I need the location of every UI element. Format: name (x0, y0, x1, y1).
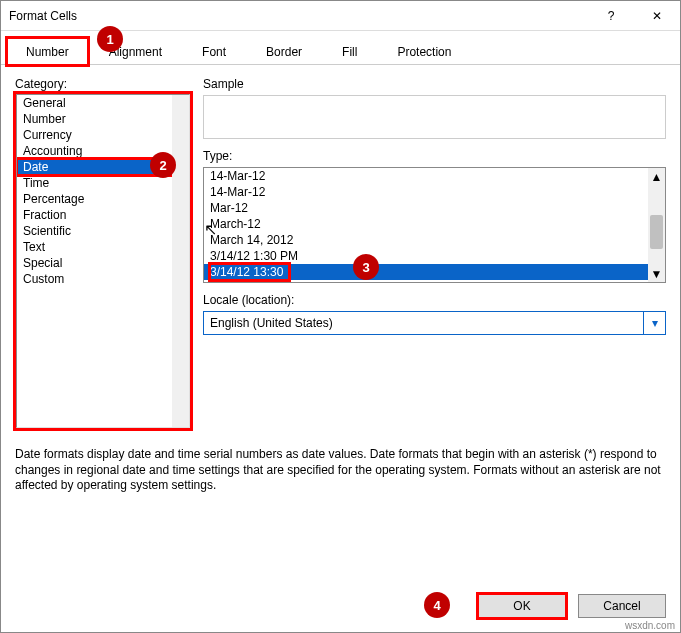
type-listbox[interactable]: 14-Mar-1214-Mar-12Mar-12March-12March 14… (203, 167, 666, 283)
type-scrollbar[interactable]: ▲ ▼ (648, 168, 665, 282)
category-item[interactable]: Text (17, 239, 189, 255)
button-label: OK (513, 599, 530, 613)
sample-label: Sample (203, 77, 666, 91)
help-icon: ? (608, 9, 615, 23)
type-item[interactable]: 3/14/12 13:30 (204, 264, 665, 280)
type-label: Type: (203, 149, 666, 163)
tab-label: Font (202, 45, 226, 59)
locale-label: Locale (location): (203, 293, 666, 307)
close-button[interactable]: ✕ (634, 1, 680, 31)
category-item[interactable]: Fraction (17, 207, 189, 223)
tab-font[interactable]: Font (183, 38, 245, 65)
format-description: Date formats display date and time seria… (15, 447, 666, 494)
category-label: Category: (15, 77, 191, 91)
sample-box (203, 95, 666, 139)
category-item[interactable]: Custom (17, 271, 189, 287)
category-item[interactable]: Percentage (17, 191, 189, 207)
right-column: Sample Type: 14-Mar-1214-Mar-12Mar-12Mar… (203, 77, 666, 429)
help-button[interactable]: ? (588, 1, 634, 31)
dialog-buttons: OK Cancel (1, 594, 680, 632)
category-item[interactable]: Special (17, 255, 189, 271)
type-item[interactable]: March 14, 2012 (204, 232, 665, 248)
tab-label: Protection (397, 45, 451, 59)
annotation-badge-3: 3 (353, 254, 379, 280)
tab-protection[interactable]: Protection (378, 38, 470, 65)
annotation-badge-4: 4 (424, 592, 450, 618)
category-scrollbar[interactable] (172, 95, 189, 427)
category-item[interactable]: Number (17, 111, 189, 127)
ok-button[interactable]: OK (478, 594, 566, 618)
scroll-down-icon[interactable]: ▼ (648, 265, 665, 282)
category-item[interactable]: Currency (17, 127, 189, 143)
scroll-up-icon[interactable]: ▲ (648, 168, 665, 185)
window-title: Format Cells (9, 9, 588, 23)
button-label: Cancel (603, 599, 640, 613)
type-item[interactable]: 3/14/12 1:30 PM (204, 248, 665, 264)
tab-label: Fill (342, 45, 357, 59)
cancel-button[interactable]: Cancel (578, 594, 666, 618)
watermark: wsxdn.com (625, 620, 675, 631)
annotation-badge-1: 1 (97, 26, 123, 52)
type-item[interactable]: 14-Mar-12 (204, 168, 665, 184)
tab-fill[interactable]: Fill (323, 38, 376, 65)
category-item[interactable]: Scientific (17, 223, 189, 239)
locale-select[interactable]: English (United States) ▾ (203, 311, 666, 335)
type-item[interactable]: 14-Mar-12 (204, 184, 665, 200)
chevron-down-icon[interactable]: ▾ (643, 312, 665, 334)
type-item[interactable]: Mar-12 (204, 200, 665, 216)
tab-border[interactable]: Border (247, 38, 321, 65)
tab-number[interactable]: Number (7, 38, 88, 65)
tab-label: Number (26, 45, 69, 59)
tab-label: Border (266, 45, 302, 59)
close-icon: ✕ (652, 9, 662, 23)
category-listbox[interactable]: GeneralNumberCurrencyAccountingDateTimeP… (15, 93, 191, 429)
category-item[interactable]: General (17, 95, 189, 111)
titlebar: Format Cells ? ✕ (1, 1, 680, 31)
annotation-badge-2: 2 (150, 152, 176, 178)
locale-value: English (United States) (210, 316, 333, 330)
category-column: Category: GeneralNumberCurrencyAccountin… (15, 77, 191, 429)
format-cells-dialog: Format Cells ? ✕ Number Alignment Font B… (0, 0, 681, 633)
type-item[interactable]: March-12 (204, 216, 665, 232)
dialog-content: Category: GeneralNumberCurrencyAccountin… (1, 65, 680, 594)
